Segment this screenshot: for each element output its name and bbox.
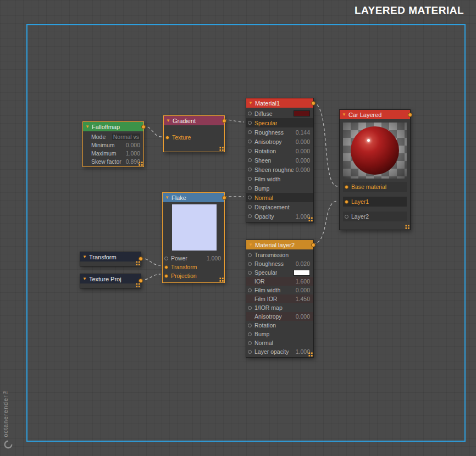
param-row-base-material[interactable]: Base material (343, 182, 407, 192)
input-socket[interactable] (248, 186, 252, 190)
collapse-triangle-icon[interactable]: ▼ (82, 277, 87, 281)
input-socket[interactable] (345, 200, 348, 204)
node-car-layered[interactable]: ▼ Car Layered Base material Layer1 Layer… (339, 109, 411, 230)
param-row-bump[interactable]: Bump (246, 330, 313, 338)
output-socket[interactable] (222, 196, 226, 200)
output-socket[interactable] (311, 101, 316, 105)
param-row-1-ior-map[interactable]: 1/IOR map (246, 303, 313, 312)
param-row-sheen[interactable]: Sheen 0.000 (246, 155, 313, 165)
row-value[interactable]: 1.000 (204, 255, 221, 262)
node-header[interactable]: ▼ Material1 (246, 98, 313, 108)
param-row-normal[interactable]: Normal (246, 193, 313, 202)
param-row-sheen-roughness[interactable]: Sheen roughness 0.000 (246, 165, 313, 174)
param-row-layer1[interactable]: Layer1 (343, 197, 407, 207)
param-row-rotation[interactable]: Rotation 0.000 (246, 146, 313, 155)
collapse-triangle-icon[interactable]: ▼ (165, 196, 169, 200)
node-material1[interactable]: ▼ Material1 Diffuse Specular Roughness 0… (246, 98, 314, 223)
param-row-rotation[interactable]: Rotation (246, 321, 313, 330)
input-socket[interactable] (248, 168, 252, 171)
param-row-film-ior[interactable]: Film IOR 1.450 (246, 294, 313, 303)
move-handle-icon[interactable] (308, 352, 313, 357)
param-row-roughness[interactable]: Roughness 0.144 (246, 127, 313, 137)
param-row-displacement[interactable]: Displacement (246, 202, 313, 212)
node-header[interactable]: ▼ Car Layered (340, 110, 410, 119)
row-value[interactable]: 0.000 (294, 287, 310, 293)
output-socket[interactable] (141, 125, 146, 129)
row-value[interactable]: 0.000 (294, 313, 310, 320)
input-socket[interactable] (345, 215, 348, 219)
param-row-ior[interactable]: IOR 1.600 (246, 277, 313, 286)
collapse-triangle-icon[interactable]: ▼ (85, 125, 90, 129)
input-socket[interactable] (248, 341, 252, 345)
input-socket[interactable] (248, 332, 252, 336)
param-row-layer-opacity[interactable]: Layer opacity 1.000 (246, 347, 313, 356)
move-handle-icon[interactable] (405, 224, 409, 229)
color-swatch[interactable] (294, 110, 310, 116)
param-row-layer2[interactable]: Layer2 (343, 212, 407, 221)
param-row-mode[interactable]: Mode Normal vs (83, 132, 143, 141)
node-transform[interactable]: ▼ Transform (80, 252, 141, 266)
param-row-anisotropy[interactable]: Anisotropy 0.000 (246, 312, 313, 321)
param-row-skew-factor[interactable]: Skew factor 0.890 (83, 157, 143, 165)
move-handle-icon[interactable] (135, 282, 140, 287)
param-row-minimum[interactable]: Minimum 0.000 (83, 141, 143, 149)
param-row-film-width[interactable]: Film width 0.000 (246, 286, 313, 294)
row-value[interactable]: 0.020 (294, 260, 310, 267)
param-row-transmission[interactable]: Transmission (246, 251, 313, 259)
input-socket[interactable] (248, 306, 252, 310)
row-value[interactable]: 0.000 (294, 148, 310, 154)
node-header[interactable]: ▼ Gradient (164, 116, 224, 125)
move-handle-icon[interactable] (308, 216, 313, 221)
node-editor-canvas[interactable]: LAYERED MATERIAL ▼ Falloffmap Mode Norma… (0, 0, 476, 456)
input-socket[interactable] (248, 288, 252, 292)
param-row-opacity[interactable]: Opacity 1.000 (246, 212, 313, 221)
input-socket[interactable] (164, 265, 168, 269)
collapse-triangle-icon[interactable]: ▼ (248, 101, 253, 105)
input-socket[interactable] (248, 149, 252, 153)
move-handle-icon[interactable] (135, 260, 140, 265)
param-row-maximum[interactable]: Maximum 1.000 (83, 149, 143, 157)
output-socket[interactable] (222, 119, 226, 123)
input-socket[interactable] (248, 324, 252, 327)
node-header[interactable]: ▼ Transform (80, 252, 141, 262)
input-socket[interactable] (248, 262, 252, 266)
color-swatch[interactable] (294, 270, 310, 276)
node-header[interactable]: ▼ Falloffmap (83, 122, 143, 131)
node-gradient[interactable]: ▼ Gradient Texture (163, 115, 225, 152)
param-row-projection[interactable]: Projection (163, 271, 224, 280)
node-texture-proj[interactable]: ▼ Texture Proj (80, 274, 141, 288)
input-socket[interactable] (248, 177, 252, 181)
input-socket[interactable] (345, 185, 348, 189)
row-value[interactable]: 0.144 (294, 129, 310, 136)
collapse-triangle-icon[interactable]: ▼ (82, 255, 87, 259)
param-row-specular[interactable]: Specular (246, 268, 313, 277)
move-handle-icon[interactable] (219, 146, 224, 151)
row-value[interactable]: 0.000 (294, 138, 310, 145)
input-socket[interactable] (248, 112, 252, 115)
collapse-triangle-icon[interactable]: ▼ (342, 113, 346, 117)
collapse-triangle-icon[interactable]: ▼ (248, 243, 253, 247)
node-flake[interactable]: ▼ Flake Power 1.000 Transform Projection (162, 192, 225, 283)
move-handle-icon[interactable] (219, 277, 224, 282)
row-value[interactable]: 0.000 (294, 166, 310, 173)
input-socket[interactable] (248, 121, 252, 125)
param-row-texture[interactable]: Texture (164, 133, 224, 142)
mode-dropdown[interactable]: Normal vs (112, 134, 140, 140)
param-row-roughness[interactable]: Roughness 0.020 (246, 259, 313, 268)
output-socket[interactable] (408, 113, 412, 117)
input-socket[interactable] (248, 253, 252, 257)
param-row-bump[interactable]: Bump (246, 183, 313, 193)
input-socket[interactable] (248, 214, 252, 218)
param-row-transform[interactable]: Transform (163, 263, 224, 271)
node-falloffmap[interactable]: ▼ Falloffmap Mode Normal vs Minimum 0.00… (82, 121, 144, 167)
row-value[interactable]: 1.000 (124, 150, 140, 157)
row-value[interactable]: 1.600 (294, 278, 310, 285)
node-material-layer2[interactable]: ▼ Material layer2 Transmission Roughness… (246, 240, 314, 358)
param-row-diffuse[interactable]: Diffuse (246, 109, 313, 118)
param-row-normal[interactable]: Normal (246, 338, 313, 347)
input-socket[interactable] (248, 140, 252, 143)
row-value[interactable]: 0.000 (124, 142, 140, 148)
row-value[interactable]: 0.000 (294, 157, 310, 164)
input-socket[interactable] (248, 130, 252, 134)
input-socket[interactable] (248, 350, 252, 354)
